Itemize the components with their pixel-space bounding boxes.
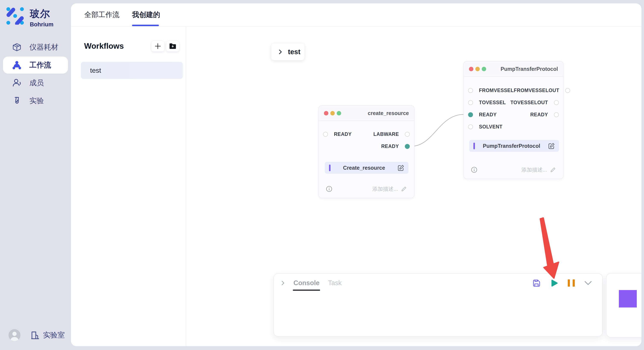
workflow-canvas[interactable]: test create_resource READY LABWARE [186,27,642,346]
node-header: create_resource [319,106,414,121]
minimap-node-create-resource [619,290,637,308]
port-circle[interactable] [565,88,570,93]
workflows-panel: Workflows test [71,26,186,346]
port-circle[interactable] [554,100,559,105]
sidebar-item-label: 工作流 [30,60,51,70]
port-circle-connected[interactable] [405,144,410,149]
input-port-solvent[interactable]: SOLVENT [468,124,502,130]
lab-switcher[interactable]: 实验室 [31,330,65,340]
node-name-pill[interactable]: Create_resource [325,162,408,174]
node-title: PumpTransferProtocol [501,66,558,72]
port-circle[interactable] [323,132,328,137]
avatar-person-icon [8,329,20,341]
logo-subtitle: Bohrium [30,21,54,28]
tab-all-workflows[interactable]: 全部工作流 [84,3,120,26]
logo-title: 玻尔 [30,7,54,20]
output-port-ready[interactable]: READY [381,144,410,149]
breadcrumb-label: test [288,48,300,56]
sidebar-item-label: 成员 [30,78,44,88]
minimap[interactable] [606,273,642,338]
workflow-list-item[interactable]: test [81,62,183,79]
main-panel: 全部工作流 我创建的 Workflows test [71,3,642,346]
avatar[interactable] [8,329,20,341]
box-icon [12,43,21,52]
workflow-item-name: test [90,67,101,74]
node-title: create_resource [368,110,409,116]
save-icon[interactable] [532,279,541,287]
sidebar-footer: 实验室 [0,329,71,341]
collapse-chevron-icon[interactable] [280,280,286,286]
sidebar-item-workflow[interactable]: 工作流 [3,57,68,74]
breadcrumb[interactable]: test [271,43,304,60]
port-circle-connected[interactable] [468,112,473,117]
port-circle[interactable] [405,132,410,137]
description-placeholder[interactable]: 添加描述... [521,166,547,173]
port-circle[interactable] [468,88,473,93]
traffic-dots-icon [324,111,341,116]
output-port-fromvesselout[interactable]: FROMVESSELOUT [514,88,570,93]
plus-icon [154,43,161,49]
sidebar-item-experiments[interactable]: 实验 [3,92,68,109]
logo: 玻尔 Bohrium [6,7,54,28]
node-footer: 添加描述... [464,166,563,174]
add-workflow-button[interactable] [151,41,164,52]
pill-accent-bar [474,143,475,149]
tab-created-by-me[interactable]: 我创建的 [132,3,160,26]
import-workflow-button[interactable] [166,41,179,52]
node-header: PumpTransferProtocol [464,61,563,77]
experiment-icon [12,96,21,105]
workflows-title: Workflows [84,42,124,51]
sidebar-menu: 仪器耗材 工作流 成员 实验 [0,38,71,110]
traffic-dots-icon [469,67,486,71]
lab-label: 实验室 [43,330,65,340]
node-name-text: Create_resource [330,165,398,171]
task-tab[interactable]: Task [328,279,342,287]
pencil-icon[interactable] [401,186,407,192]
sidebar-item-label: 仪器耗材 [30,42,58,52]
output-port-labware[interactable]: LABWARE [373,131,410,137]
sidebar-item-members[interactable]: 成员 [3,74,68,91]
input-port-ready[interactable]: READY [323,131,352,137]
input-port-fromvessel[interactable]: FROMVESSEL [468,88,514,93]
bohrium-logo-icon [6,7,24,25]
play-icon[interactable] [550,279,558,287]
port-circle[interactable] [468,124,473,129]
description-placeholder[interactable]: 添加描述... [372,185,398,192]
info-icon[interactable] [471,167,477,173]
port-circle[interactable] [554,112,559,117]
node-footer: 添加描述... [319,184,414,193]
port-circle[interactable] [468,100,473,105]
input-port-ready[interactable]: READY [468,112,497,118]
pencil-icon[interactable] [550,167,556,173]
member-icon [12,78,21,87]
node-pump-transfer-protocol[interactable]: PumpTransferProtocol FROMVESSEL FROMVESS… [464,61,564,179]
console-header: Console Task [274,274,602,292]
console-tab[interactable]: Console [294,279,320,287]
workflow-people-icon [12,61,21,70]
sidebar-item-instruments[interactable]: 仪器耗材 [3,39,68,56]
pill-accent-bar [329,165,330,171]
edit-icon[interactable] [548,143,555,149]
chevron-down-icon[interactable] [584,280,592,286]
pause-icon[interactable] [568,279,575,287]
node-name-text: PumpTransferProtocol [475,143,548,149]
node-create-resource[interactable]: create_resource READY LABWARE READY [318,105,414,198]
active-tab-indicator [132,25,159,26]
input-port-tovessel[interactable]: TOVESSEL [468,100,506,105]
node-name-pill[interactable]: PumpTransferProtocol [469,140,559,152]
output-port-ready[interactable]: READY [530,112,559,118]
output-port-tovesselout[interactable]: TOVESSELOUT [510,100,559,105]
chevron-right-icon [277,49,283,55]
console-panel: Console Task [274,273,603,337]
building-icon [31,331,40,340]
folder-download-icon [169,43,176,49]
workflow-tabs: 全部工作流 我创建的 [71,3,642,26]
sidebar-item-label: 实验 [30,96,44,106]
info-icon[interactable] [326,186,332,192]
edit-icon[interactable] [398,165,404,171]
sidebar: 玻尔 Bohrium 仪器耗材 工作流 成员 [0,0,71,350]
